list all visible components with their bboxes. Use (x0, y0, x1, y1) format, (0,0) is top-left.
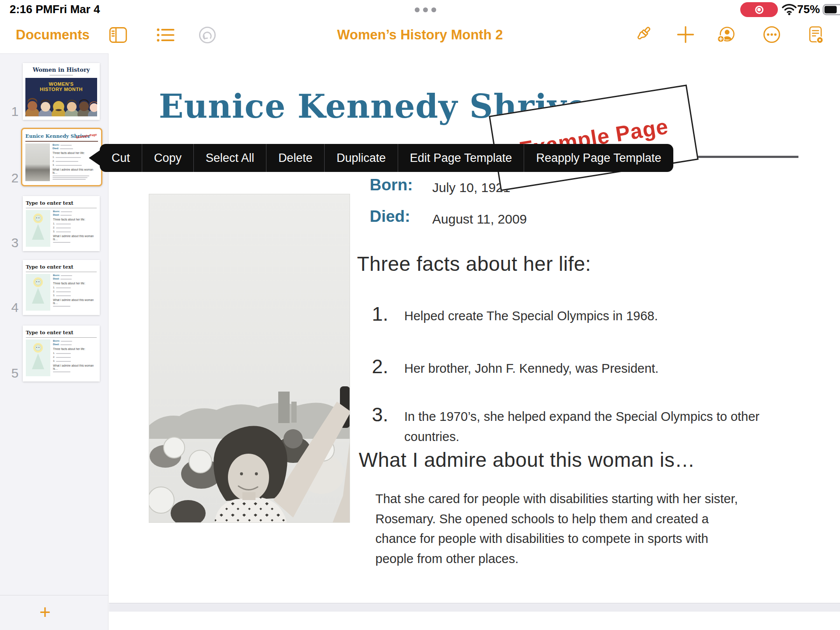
thumb-1-banner-line1: WOMEN'S (25, 78, 97, 87)
fact-2-number: 2. (372, 355, 388, 378)
undo-icon[interactable] (198, 25, 217, 45)
thumb-3-placeholder-figure (26, 210, 50, 247)
facts-heading: Three facts about her life: (357, 252, 591, 276)
screen-recording-indicator[interactable] (740, 2, 778, 17)
thumb-3-title: Type to enter text (26, 200, 74, 206)
context-menu: Cut Copy Select All Delete Duplicate Edi… (100, 144, 673, 172)
admire-line: chance for people with disabilities to c… (375, 529, 804, 549)
thumb-5-title: Type to enter text (26, 330, 74, 336)
format-brush-icon[interactable] (634, 25, 653, 44)
thumb-4-title: Type to enter text (26, 264, 74, 270)
menu-item-select-all[interactable]: Select All (194, 144, 266, 172)
fact-2-text[interactable]: Her brother, John F. Kennedy, was Presid… (404, 359, 658, 378)
thumb-2-admire: What I admire about this woman is… (52, 168, 98, 174)
admire-heading: What I admire about this woman is… (359, 448, 695, 472)
page-thumbnails-panel-icon[interactable] (108, 25, 128, 45)
add-page-button[interactable]: + (35, 602, 56, 623)
thumb-5-placeholder-figure (26, 340, 50, 376)
admire-line: people from other places. (375, 549, 804, 569)
thumbnail-page-4[interactable]: Type to enter text Born: Died: Three fac… (23, 260, 100, 315)
admire-line: Rosemary. She opened schools to help the… (375, 509, 804, 529)
thumb-1-women-illustration (25, 96, 97, 116)
page-gap-divider (109, 603, 840, 612)
menu-item-copy[interactable]: Copy (142, 144, 193, 172)
page-number-3: 3 (8, 235, 22, 250)
sidebar-divider (0, 595, 108, 595)
died-value[interactable]: August 11, 2009 (432, 212, 527, 227)
more-ellipsis-icon[interactable] (762, 25, 781, 44)
born-value[interactable]: July 10, 1921 (432, 180, 510, 195)
status-time: 2:16 PM (10, 3, 52, 16)
admire-line: That she cared for people with disabilit… (375, 489, 804, 509)
battery-icon (822, 4, 840, 17)
context-menu-arrow (89, 150, 100, 166)
menu-item-delete[interactable]: Delete (266, 144, 324, 172)
insert-plus-icon[interactable] (676, 25, 695, 44)
thumb-2-died: Died: (52, 147, 59, 150)
menu-item-cut[interactable]: Cut (100, 144, 142, 172)
thumbnail-page-5[interactable]: Type to enter text Born: Died: Three fac… (23, 326, 100, 382)
thumb-2-born: Born: (52, 144, 60, 146)
menu-item-edit-page-template[interactable]: Edit Page Template (398, 144, 524, 172)
fact-3-text-line1[interactable]: In the 1970’s, she helped expand the Spe… (404, 407, 760, 427)
page-number-2: 2 (8, 171, 22, 186)
thumb-2-photo (25, 144, 50, 181)
thumb-1-banner: WOMEN'S HISTORY MONTH (25, 78, 97, 116)
eunice-photo[interactable] (149, 194, 350, 523)
died-label: Died: (370, 207, 410, 226)
admire-paragraph[interactable]: That she cared for people with disabilit… (375, 489, 804, 569)
multitasking-dots-icon[interactable] (415, 7, 436, 12)
thumb-1-banner-line2: HISTORY MONTH (25, 87, 97, 92)
fact-3-text-line2[interactable]: countries. (404, 427, 459, 447)
thumbnail-page-1[interactable]: Women in History WOMEN'S HISTORY MONTH (23, 63, 100, 120)
document-view-icon[interactable] (806, 25, 825, 44)
battery-percent: 75% (797, 3, 820, 16)
page-number-1: 1 (8, 104, 22, 119)
page-number-4: 4 (8, 300, 22, 315)
status-date: Fri Mar 4 (52, 3, 100, 16)
fact-1-text[interactable]: Helped create The Special Olympics in 19… (404, 306, 658, 326)
fact-1-number: 1. (372, 303, 388, 326)
fact-3-number: 3. (372, 403, 388, 426)
record-icon (755, 6, 763, 14)
thumb-1-title: Women in History (23, 66, 100, 73)
thumbnail-page-3[interactable]: Type to enter text Born: Died: Three fac… (23, 196, 100, 251)
menu-item-duplicate[interactable]: Duplicate (325, 144, 398, 172)
menu-item-reapply-page-template[interactable]: Reapply Page Template (524, 144, 673, 172)
collaborate-add-person-icon[interactable] (717, 25, 736, 44)
thumb-4-placeholder-figure (26, 274, 50, 311)
page-number-5: 5 (8, 366, 22, 381)
list-icon[interactable] (156, 25, 175, 45)
wifi-icon (781, 3, 797, 17)
born-label: Born: (370, 176, 413, 194)
